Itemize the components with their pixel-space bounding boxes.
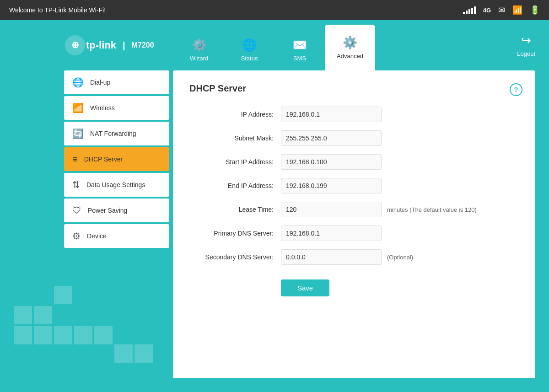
lease-time-input[interactable] — [281, 202, 382, 217]
logo-area: ⊕ tp-link | M7200 — [64, 20, 154, 70]
end-ip-input[interactable] — [281, 178, 382, 193]
power-icon: 🛡 — [72, 205, 81, 216]
sidebar-item-data-usage[interactable]: ⇅ Data Usage Settings — [64, 173, 169, 197]
logout-button[interactable]: ↪ Logout — [517, 20, 535, 70]
sidebar-item-wireless-label: Wireless — [90, 104, 115, 112]
logo-divider: | — [123, 40, 125, 51]
sidebar-item-dhcp-label: DHCP Server — [84, 156, 123, 163]
dhcp-form: IP Address: Subnet Mask: Start IP Addres… — [189, 107, 519, 265]
svg-rect-6 — [34, 306, 52, 324]
secondary-dns-input[interactable] — [281, 249, 382, 265]
dialup-icon: 🌐 — [72, 77, 84, 88]
secondary-dns-label: Secondary DNS Server: — [189, 253, 281, 261]
logout-label: Logout — [517, 50, 535, 57]
page-title: DHCP Server — [189, 83, 519, 94]
start-ip-row: Start IP Address: — [189, 154, 519, 170]
top-bar: Welcome to TP-Link Mobile Wi-Fi! 4G ✉ 📶 … — [0, 0, 549, 20]
ip-address-input[interactable] — [281, 107, 382, 122]
primary-dns-label: Primary DNS Server: — [189, 230, 281, 237]
tab-status[interactable]: 🌐 Status — [224, 29, 274, 70]
main-content: 🌐 Dial-up 📶 Wireless 🔄 NAT Forwarding ≡ … — [64, 70, 535, 378]
signal-icon — [463, 6, 476, 14]
lease-time-row: Lease Time: minutes (The default value i… — [189, 202, 519, 217]
lease-time-note: minutes (The default value is 120) — [387, 206, 477, 213]
wizard-icon: ⚙️ — [192, 38, 206, 52]
device-icon: ⚙ — [72, 231, 81, 242]
sidebar-item-nat[interactable]: 🔄 NAT Forwarding — [64, 122, 169, 145]
sidebar-item-dialup-label: Dial-up — [90, 79, 110, 86]
sidebar-item-device-label: Device — [87, 232, 107, 240]
nat-icon: 🔄 — [72, 128, 84, 139]
end-ip-label: End IP Address: — [189, 182, 281, 189]
lease-time-label: Lease Time: — [189, 206, 281, 213]
svg-rect-2 — [14, 326, 32, 344]
data-usage-icon: ⇅ — [72, 179, 80, 190]
top-bar-title: Welcome to TP-Link Mobile Wi-Fi! — [9, 6, 106, 14]
tab-advanced[interactable]: ⚙️ Advanced — [325, 25, 375, 70]
ip-address-row: IP Address: — [189, 107, 519, 122]
subnet-mask-label: Subnet Mask: — [189, 134, 281, 142]
svg-text:⊕: ⊕ — [71, 40, 79, 50]
model-name: M7200 — [132, 41, 154, 49]
content-panel: DHCP Server ? IP Address: Subnet Mask: S… — [173, 70, 535, 378]
nav-tabs: ⚙️ Wizard 🌐 Status ✉️ SMS ⚙️ Advanced — [174, 20, 375, 70]
sidebar-item-power[interactable]: 🛡 Power Saving — [64, 199, 169, 222]
network-type: 4G — [483, 7, 491, 14]
secondary-dns-row: Secondary DNS Server: (Optional) — [189, 249, 519, 265]
wireless-icon: 📶 — [72, 102, 84, 113]
tab-sms[interactable]: ✉️ SMS — [274, 29, 325, 70]
svg-rect-5 — [14, 306, 32, 324]
sidebar-item-dialup[interactable]: 🌐 Dial-up — [64, 70, 169, 94]
primary-dns-row: Primary DNS Server: — [189, 226, 519, 241]
mail-icon: ✉ — [498, 5, 505, 15]
sidebar: 🌐 Dial-up 📶 Wireless 🔄 NAT Forwarding ≡ … — [64, 70, 169, 378]
dhcp-icon: ≡ — [72, 154, 78, 165]
end-ip-row: End IP Address: — [189, 178, 519, 193]
sidebar-item-wireless[interactable]: 📶 Wireless — [64, 96, 169, 120]
ip-address-label: IP Address: — [189, 111, 281, 118]
primary-dns-input[interactable] — [281, 226, 382, 241]
sms-icon: ✉️ — [292, 38, 307, 52]
sidebar-item-nat-label: NAT Forwarding — [90, 130, 136, 137]
sidebar-item-device[interactable]: ⚙ Device — [64, 224, 169, 248]
help-icon[interactable]: ? — [510, 83, 522, 96]
save-button[interactable]: Save — [281, 279, 329, 296]
subnet-mask-row: Subnet Mask: — [189, 130, 519, 146]
logout-icon: ↪ — [521, 33, 531, 48]
secondary-dns-note: (Optional) — [387, 254, 413, 261]
sidebar-item-dhcp[interactable]: ≡ DHCP Server — [64, 147, 169, 171]
sidebar-item-data-usage-label: Data Usage Settings — [86, 181, 145, 188]
header: ⊕ tp-link | M7200 ⚙️ Wizard 🌐 Status ✉️ … — [0, 20, 549, 70]
svg-rect-3 — [34, 326, 52, 344]
tab-wizard[interactable]: ⚙️ Wizard — [174, 29, 224, 70]
logo-text: tp-link | M7200 — [86, 39, 154, 51]
wifi-status-icon: 📶 — [512, 5, 522, 15]
status-globe-icon: 🌐 — [242, 38, 257, 52]
start-ip-label: Start IP Address: — [189, 158, 281, 166]
subnet-mask-input[interactable] — [281, 130, 382, 146]
advanced-icon: ⚙️ — [343, 36, 357, 50]
battery-icon: 🔋 — [530, 5, 540, 15]
start-ip-input[interactable] — [281, 154, 382, 170]
sidebar-item-power-label: Power Saving — [88, 207, 127, 214]
tp-link-logo-icon: ⊕ — [64, 34, 86, 56]
status-icons: 4G ✉ 📶 🔋 — [463, 5, 540, 15]
